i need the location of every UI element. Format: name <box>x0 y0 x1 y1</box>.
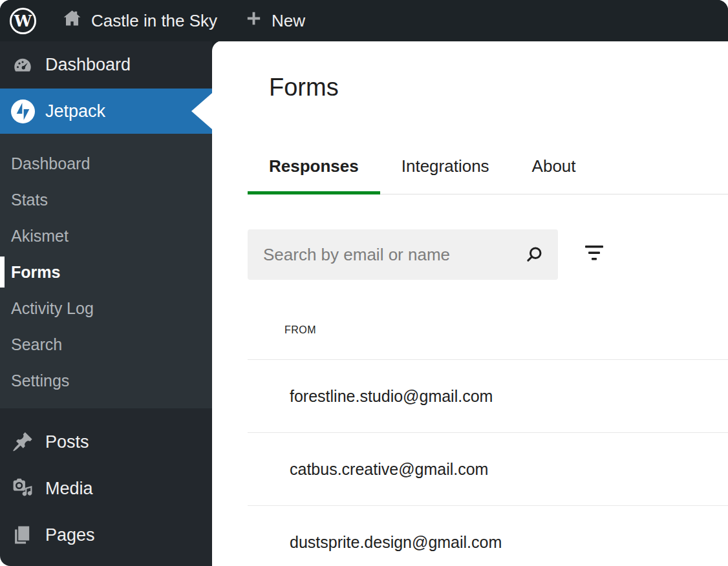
submenu-label: Dashboard <box>11 154 90 173</box>
response-from-email: dustsprite.design@gmail.com <box>290 533 502 552</box>
sidebar-item-label: Jetpack <box>45 101 105 121</box>
submenu-item-dashboard[interactable]: Dashboard <box>0 145 212 182</box>
response-from-email: forestline.studio@gmail.com <box>290 387 493 406</box>
table-row[interactable]: catbus.creative@gmail.com <box>248 433 728 506</box>
wordpress-logo-icon[interactable]: W <box>9 7 37 35</box>
sidebar-item-label: Media <box>45 479 93 499</box>
responses-table: FROM forestline.studio@gmail.com catbus.… <box>248 324 728 566</box>
submenu-item-activity-log[interactable]: Activity Log <box>0 290 212 326</box>
submenu-item-forms[interactable]: Forms <box>0 254 212 290</box>
plus-icon <box>244 9 263 32</box>
pushpin-icon <box>0 431 45 453</box>
jetpack-icon <box>0 100 45 123</box>
submenu-label: Forms <box>11 263 60 282</box>
sidebar-item-posts[interactable]: Posts <box>0 419 212 465</box>
search-box <box>248 229 558 280</box>
admin-sidebar: Dashboard Jetpack Dashboard Stats Akisme… <box>0 41 212 566</box>
admin-bar: W Castle in the Sky New <box>0 0 728 41</box>
page-title: Forms <box>269 75 728 100</box>
current-menu-arrow <box>191 93 212 129</box>
search-icon[interactable] <box>522 242 546 269</box>
submenu-item-akismet[interactable]: Akismet <box>0 218 212 254</box>
submenu-label: Activity Log <box>11 299 94 318</box>
forms-page: Forms Responses Integrations About <box>212 41 728 566</box>
submenu-item-search[interactable]: Search <box>0 326 212 362</box>
sidebar-item-label: Pages <box>45 525 95 545</box>
new-label: New <box>272 11 305 31</box>
svg-text:W: W <box>14 11 32 30</box>
responses-toolbar <box>248 229 728 280</box>
submenu-item-stats[interactable]: Stats <box>0 182 212 218</box>
tab-about[interactable]: About <box>511 141 597 194</box>
submenu-item-settings[interactable]: Settings <box>0 362 212 399</box>
site-name-link[interactable]: Castle in the Sky <box>61 8 217 34</box>
sidebar-item-jetpack[interactable]: Jetpack <box>0 89 212 134</box>
submenu-label: Settings <box>11 372 69 390</box>
submenu-label: Akismet <box>11 227 69 246</box>
camera-music-icon <box>0 477 45 500</box>
wordpress-admin-screen: W Castle in the Sky New <box>0 0 728 566</box>
home-icon <box>61 8 83 34</box>
sidebar-item-label: Dashboard <box>45 55 131 75</box>
dashboard-gauge-icon <box>0 54 45 76</box>
table-header-row: FROM <box>248 324 728 360</box>
jetpack-submenu: Dashboard Stats Akismet Forms Activity L… <box>0 134 212 408</box>
site-name: Castle in the Sky <box>91 11 217 31</box>
sidebar-item-dashboard[interactable]: Dashboard <box>0 41 212 89</box>
sidebar-item-pages[interactable]: Pages <box>0 512 212 558</box>
table-row[interactable]: forestline.studio@gmail.com <box>248 360 728 433</box>
table-row[interactable]: dustsprite.design@gmail.com <box>248 506 728 566</box>
submenu-label: Stats <box>11 191 48 209</box>
filter-icon <box>584 245 604 264</box>
tab-integrations[interactable]: Integrations <box>380 141 511 194</box>
submenu-label: Search <box>11 335 62 354</box>
sidebar-item-media[interactable]: Media <box>0 465 212 512</box>
stacked-pages-icon <box>0 524 45 546</box>
sidebar-group-content: Posts Media Pages <box>0 419 212 558</box>
tab-responses[interactable]: Responses <box>248 141 380 194</box>
search-input[interactable] <box>248 229 558 280</box>
column-header-from: FROM <box>284 324 316 335</box>
tab-bar: Responses Integrations About <box>248 141 728 194</box>
new-button[interactable]: New <box>244 9 305 32</box>
response-from-email: catbus.creative@gmail.com <box>290 460 488 479</box>
sidebar-item-label: Posts <box>45 432 89 452</box>
filter-button[interactable] <box>581 241 608 268</box>
